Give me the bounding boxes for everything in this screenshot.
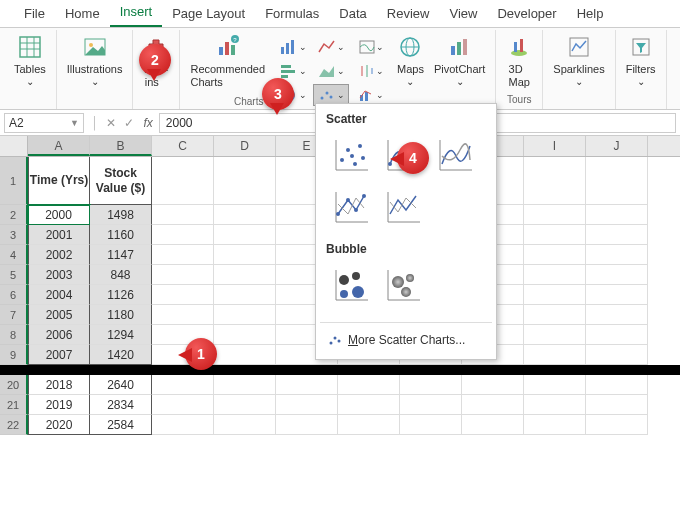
cell[interactable]: [524, 157, 586, 205]
cell[interactable]: [524, 375, 586, 395]
cell[interactable]: [524, 245, 586, 265]
chart-column-button[interactable]: ⌄: [275, 36, 311, 58]
cell[interactable]: [276, 375, 338, 395]
cell[interactable]: 848: [90, 265, 152, 285]
cell[interactable]: [338, 395, 400, 415]
cell[interactable]: [586, 245, 648, 265]
tab-review[interactable]: Review: [377, 2, 440, 27]
cancel-icon[interactable]: ✕: [102, 116, 120, 130]
row-head[interactable]: 5: [0, 265, 28, 285]
cell[interactable]: [462, 415, 524, 435]
cell[interactable]: [214, 305, 276, 325]
cell[interactable]: [462, 395, 524, 415]
chart-stock-button[interactable]: ⌄: [353, 60, 389, 82]
tables-button[interactable]: Tables⌄: [10, 32, 50, 90]
cell[interactable]: 1160: [90, 225, 152, 245]
cell[interactable]: [586, 305, 648, 325]
cell[interactable]: 1180: [90, 305, 152, 325]
enter-icon[interactable]: ✓: [120, 116, 138, 130]
scatter-straight-markers-option[interactable]: [326, 184, 374, 232]
chart-area-button[interactable]: ⌄: [313, 60, 349, 82]
cell[interactable]: 2005: [28, 305, 90, 325]
bubble-3d-option[interactable]: [378, 262, 426, 310]
scatter-straight-option[interactable]: [378, 184, 426, 232]
tab-insert[interactable]: Insert: [110, 0, 163, 27]
cell[interactable]: [214, 415, 276, 435]
sparklines-button[interactable]: Sparklines⌄: [549, 32, 608, 90]
scatter-plain-option[interactable]: [326, 132, 374, 180]
maps-button[interactable]: Maps⌄: [393, 32, 428, 107]
tab-formulas[interactable]: Formulas: [255, 2, 329, 27]
row-head[interactable]: 3: [0, 225, 28, 245]
cell[interactable]: [586, 325, 648, 345]
cell[interactable]: 1294: [90, 325, 152, 345]
row-head[interactable]: 2: [0, 205, 28, 225]
more-scatter-charts-option[interactable]: MMore Scatter Charts...ore Scatter Chart…: [320, 327, 492, 353]
tab-help[interactable]: Help: [567, 2, 614, 27]
cell[interactable]: 1126: [90, 285, 152, 305]
cell[interactable]: [214, 225, 276, 245]
cell[interactable]: [214, 245, 276, 265]
cell[interactable]: [152, 375, 214, 395]
cell[interactable]: 2584: [90, 415, 152, 435]
cell[interactable]: 1498: [90, 205, 152, 225]
chart-line-button[interactable]: ⌄: [313, 36, 349, 58]
cell[interactable]: [524, 415, 586, 435]
cell[interactable]: 2003: [28, 265, 90, 285]
cell[interactable]: [524, 305, 586, 325]
cell[interactable]: [214, 157, 276, 205]
cell[interactable]: [214, 375, 276, 395]
cell[interactable]: [586, 345, 648, 365]
cell[interactable]: [524, 285, 586, 305]
bubble-2d-option[interactable]: [326, 262, 374, 310]
cell[interactable]: [586, 157, 648, 205]
row-head[interactable]: 20: [0, 375, 28, 395]
cell[interactable]: [338, 415, 400, 435]
cell[interactable]: [214, 285, 276, 305]
map3d-button[interactable]: 3D Map: [502, 32, 536, 91]
cell[interactable]: [400, 375, 462, 395]
cell[interactable]: [338, 375, 400, 395]
pivotchart-button[interactable]: PivotChart⌄: [430, 32, 489, 107]
recommended-charts-button[interactable]: ? Recommended Charts: [186, 32, 269, 91]
cell[interactable]: [152, 205, 214, 225]
row-head[interactable]: 4: [0, 245, 28, 265]
tab-page-layout[interactable]: Page Layout: [162, 2, 255, 27]
cell[interactable]: [152, 305, 214, 325]
row-head[interactable]: 8: [0, 325, 28, 345]
cell[interactable]: [152, 245, 214, 265]
cell[interactable]: [214, 345, 276, 365]
cell[interactable]: 2020: [28, 415, 90, 435]
cell[interactable]: [586, 415, 648, 435]
header-A[interactable]: Time (Yrs): [28, 157, 90, 205]
scatter-smooth-option[interactable]: [430, 132, 478, 180]
col-B[interactable]: B: [90, 136, 152, 156]
header-B[interactable]: Stock Value ($): [90, 157, 152, 205]
cell[interactable]: [586, 205, 648, 225]
row-head[interactable]: 21: [0, 395, 28, 415]
cell[interactable]: 2004: [28, 285, 90, 305]
tab-developer[interactable]: Developer: [487, 2, 566, 27]
col-J[interactable]: J: [586, 136, 648, 156]
cell[interactable]: [214, 395, 276, 415]
cell[interactable]: 1147: [90, 245, 152, 265]
cell[interactable]: [524, 225, 586, 245]
cell[interactable]: [152, 415, 214, 435]
cell[interactable]: [152, 265, 214, 285]
cell[interactable]: 2006: [28, 325, 90, 345]
cell[interactable]: [586, 375, 648, 395]
cell[interactable]: [524, 325, 586, 345]
illustrations-button[interactable]: Illustrations⌄: [63, 32, 127, 90]
cell[interactable]: [276, 415, 338, 435]
cell[interactable]: 2000: [28, 205, 90, 225]
cell[interactable]: [586, 225, 648, 245]
select-all-corner[interactable]: [0, 136, 28, 156]
row-head[interactable]: 22: [0, 415, 28, 435]
row-head[interactable]: 6: [0, 285, 28, 305]
cell[interactable]: [586, 265, 648, 285]
cell[interactable]: [462, 375, 524, 395]
chart-map-button[interactable]: ⌄: [353, 36, 389, 58]
cell[interactable]: [214, 205, 276, 225]
tab-home[interactable]: Home: [55, 2, 110, 27]
cell[interactable]: [152, 285, 214, 305]
